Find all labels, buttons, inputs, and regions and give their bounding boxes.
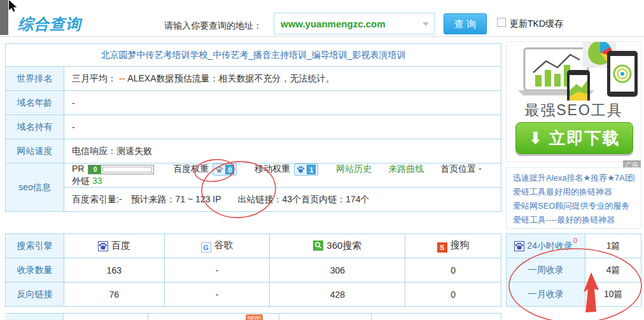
seo-row-2: 百度索引量:-预计来路：71 ~ 123 IP出站链接：43个首页内链：174个 — [64, 188, 501, 212]
engine-baidu[interactable]: 百度 — [64, 234, 164, 258]
included-google: - — [164, 258, 270, 282]
google-icon: G — [201, 242, 211, 253]
baidu-paw-icon — [514, 241, 524, 251]
address-input-label: 请输入你要查询的地址： — [164, 20, 262, 32]
traffic-curve-link[interactable]: 来路曲线 — [388, 163, 424, 174]
search-engines-table: 搜索引擎 百度 G谷歌 360搜索 S搜狗 收录数量 163 - 306 0 反… — [5, 233, 501, 307]
pr-bar — [102, 167, 152, 172]
download-arrow-icon: ⬇ — [529, 123, 544, 153]
baidu-weight-label: 百度权重 — [173, 163, 209, 174]
sidebar-link-ailian-2[interactable]: 爱链工具----最好的换链神器 — [513, 213, 634, 227]
seo-row-1: PR0 百度权重0 移动权重1 网站历史来路曲线首页位置 -外链 33 — [64, 163, 501, 188]
engines-header-label: 搜索引擎 — [6, 234, 64, 258]
backlink-count-label: 反向链接 — [6, 282, 64, 307]
pr-label: PR — [72, 163, 84, 174]
included-baidu: 163 — [64, 258, 164, 282]
backlink-google: - — [164, 282, 270, 307]
world-rank-dash: -- — [119, 73, 125, 83]
collect-month-label[interactable]: 一月收录 — [507, 282, 585, 307]
address-input-wrap — [274, 13, 435, 34]
domain-holder-label: 域名持有 — [6, 115, 64, 139]
site-title-link[interactable]: 北京圆梦中传艺考培训学校_中传艺考_播音主持培训_编导培训_影视表演培训 — [101, 50, 405, 60]
world-rank-value: 三月平均：--ALEXA数据预估流量：相关数据不充分，无法统计。 — [64, 67, 501, 91]
domain-holder-value: - — [64, 115, 501, 139]
engine-sogou[interactable]: S搜狗 — [405, 234, 501, 258]
collect-table: 24小时收录0 1篇 一周收录 4篇 一月收录 10篇 — [506, 233, 641, 307]
outlink-count[interactable]: 33 — [92, 176, 102, 186]
new-badge: NEW! — [246, 314, 263, 320]
site-speed-label: 网站速度 — [6, 139, 64, 163]
sidebar-link-aizhan-seo[interactable]: 爱站网SEO顾问提供专业的服务 — [513, 199, 634, 213]
mobile-weight-value: 1 — [307, 165, 316, 174]
collect-24h-label[interactable]: 24小时收录0 — [507, 234, 585, 258]
site-history-link[interactable]: 网站历史 — [336, 163, 372, 174]
domain-age-label: 域名年龄 — [6, 91, 64, 115]
homepage-position-value: - — [479, 163, 482, 174]
homepage-inner-links: 首页内链：174个 — [301, 194, 369, 204]
sidebar-links: 迅速提升Alexa排名★推荐★7A团队 爱链工具最好用的换链神器 爱站网SEO顾… — [506, 167, 641, 229]
world-rank-prefix: 三月平均： — [72, 73, 116, 83]
collect-24h-value: 1篇 — [585, 234, 641, 258]
sidebar-link-ailian-1[interactable]: 爱链工具最好用的换链神器 — [513, 185, 634, 199]
paw-icon — [297, 165, 305, 174]
backlink-baidu: 76 — [64, 282, 164, 307]
site-speed-value: 电信响应：测速失败 — [64, 139, 501, 163]
360-search-icon — [313, 240, 323, 251]
tkd-cache-label: 更新TKD缓存 — [510, 18, 563, 30]
ad-title: 最强SEO工具 — [507, 101, 641, 120]
seo-tool-graphic — [507, 42, 641, 101]
next-table-sliver: NEW! — [5, 313, 501, 320]
outbound-links: 出站链接：43个 — [238, 194, 302, 204]
world-rank-label: 世界排名 — [6, 67, 64, 91]
seo-info-label: seo信息 — [6, 163, 64, 212]
collect-month-value: 10篇 — [585, 282, 641, 307]
mobile-weight-label: 移动权重 — [255, 163, 290, 174]
world-rank-text: ALEXA数据预估流量：相关数据不充分，无法统计。 — [127, 73, 334, 83]
domain-age-value: - — [64, 91, 501, 115]
included-count-label: 收录数量 — [6, 258, 64, 282]
included-360: 306 — [270, 258, 405, 282]
paw-icon — [215, 165, 223, 174]
query-button[interactable]: 查 询 — [444, 13, 487, 34]
baidu-index-label: 百度索引量:- — [72, 194, 122, 204]
sogou-icon: S — [437, 242, 447, 253]
page-title: 综合查询 — [18, 14, 81, 34]
sidebar-link-alexa[interactable]: 迅速提升Alexa排名★推荐★7A团队 — [513, 171, 634, 185]
estimated-traffic: 预计来路：71 ~ 123 IP — [131, 194, 221, 204]
address-input[interactable] — [274, 13, 414, 34]
collect-week-value: 4篇 — [585, 258, 641, 282]
backlink-360: 428 — [270, 282, 405, 307]
download-button[interactable]: ⬇立即下载 — [515, 122, 633, 154]
outlink-label: 外链 — [72, 176, 90, 186]
chevron-down-icon[interactable] — [423, 22, 429, 26]
pr-value: 0 — [88, 165, 101, 174]
collect-week-label[interactable]: 一周收录 — [507, 258, 585, 282]
included-sogou: 0 — [405, 258, 501, 282]
seo-tool-ad[interactable]: 最强SEO工具 ⬇立即下载 广告 — [506, 41, 641, 162]
baidu-weight-value: 0 — [225, 165, 234, 174]
next-table-label-cell — [5, 314, 64, 320]
engine-360[interactable]: 360搜索 — [270, 234, 405, 258]
tkd-cache-checkbox[interactable] — [497, 18, 506, 27]
engine-google[interactable]: G谷歌 — [164, 234, 270, 258]
mobile-weight-badge[interactable]: 1 — [294, 163, 318, 176]
site-info-table: 北京圆梦中传艺考培训学校_中传艺考_播音主持培训_编导培训_影视表演培训 世界排… — [5, 43, 501, 212]
mouse-cursor-icon — [8, 0, 21, 13]
left-accent-bar — [0, 0, 8, 35]
pr-rank-widget[interactable]: 0 — [88, 165, 154, 174]
baidu-icon — [98, 241, 108, 251]
backlink-sogou: 0 — [405, 282, 501, 307]
homepage-position-label: 首页位置 — [440, 163, 476, 174]
baidu-weight-badge[interactable]: 0 — [213, 163, 237, 176]
collect-24h-sup: 0 — [573, 237, 577, 244]
